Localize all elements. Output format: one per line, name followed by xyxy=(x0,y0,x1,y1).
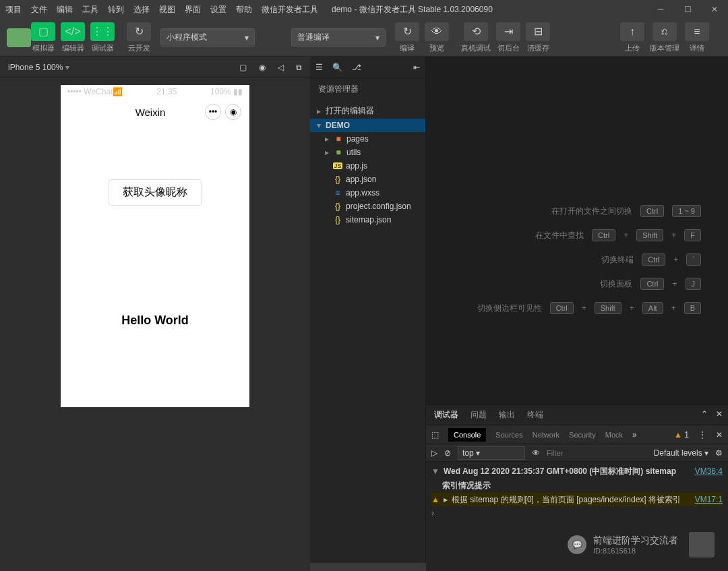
compile-button[interactable]: ↻编译 xyxy=(395,22,419,53)
real-debug-button[interactable]: ⟲真机调试 xyxy=(461,22,491,53)
upload-button[interactable]: ↑上传 xyxy=(620,22,644,53)
menu-tools[interactable]: 工具 xyxy=(82,4,98,16)
console-clear-icon[interactable]: ⊘ xyxy=(444,448,451,458)
devtools-close-icon[interactable]: ✕ xyxy=(716,430,723,440)
preview-button[interactable]: 👁预览 xyxy=(425,22,449,53)
close-capsule-button[interactable]: ◉ xyxy=(225,104,241,120)
menu-settings[interactable]: 设置 xyxy=(210,4,226,16)
project-root[interactable]: ▾DEMO xyxy=(310,119,425,132)
panel-close-icon[interactable]: ✕ xyxy=(716,409,723,419)
open-editors-section[interactable]: ▸打开的编辑器 xyxy=(310,103,425,119)
file-project-config[interactable]: {}project.config.json xyxy=(310,200,425,213)
details-button[interactable]: ≡详情 xyxy=(685,22,709,53)
close-button[interactable]: ✕ xyxy=(701,0,728,19)
menu-view[interactable]: 视图 xyxy=(159,4,175,16)
main-menu: 项目 文件 编辑 工具 转到 选择 视图 界面 设置 帮助 微信开发者工具 xyxy=(5,4,318,16)
tab-network[interactable]: Network xyxy=(533,431,559,439)
app-title: demo - 微信开发者工具 Stable 1.03.2006090 xyxy=(332,4,493,16)
tab-mock[interactable]: Mock xyxy=(605,431,623,439)
console-settings-icon[interactable]: ⚙ xyxy=(715,448,723,458)
tab-security[interactable]: Security xyxy=(569,431,596,439)
mode-dropdown[interactable]: 小程序模式▾ xyxy=(160,28,255,47)
clear-cache-button[interactable]: ⊟清缓存 xyxy=(526,22,550,53)
window-controls: ─ ☐ ✕ xyxy=(647,0,728,19)
folder-utils[interactable]: ▸■utils xyxy=(310,146,425,159)
eye-icon[interactable]: 👁 xyxy=(532,448,540,458)
maximize-button[interactable]: ☐ xyxy=(674,0,701,19)
console-log-1[interactable]: ▼ Wed Aug 12 2020 21:35:37 GMT+0800 (中国标… xyxy=(431,464,723,479)
hello-text: Hello World xyxy=(74,313,236,328)
folder-pages[interactable]: ▸■pages xyxy=(310,132,425,146)
menu-capsule-button[interactable]: ••• xyxy=(205,104,221,120)
simulator-header: iPhone 5 100% ▾ ▢ ◉ ◁ ⧉ xyxy=(0,57,310,78)
file-app-json[interactable]: {}app.json xyxy=(310,173,425,186)
device-selector[interactable]: iPhone 5 100% ▾ xyxy=(8,63,69,72)
branch-icon[interactable]: ⎇ xyxy=(352,63,361,72)
console-toolbar: ▷ ⊘ top ▾ 👁 Default levels ▾ ⚙ xyxy=(426,444,728,462)
console-warn-1[interactable]: ▲▸ 根据 sitemap 的规则[0]，当前页面 [pages/index/i… xyxy=(431,493,723,507)
devtools-menu-icon[interactable]: ⋮ xyxy=(698,430,706,440)
warnings-badge[interactable]: ▲ 1 xyxy=(674,430,689,440)
carrier-label: ••••• WeChat📶 xyxy=(67,87,123,96)
console-play-icon[interactable]: ▷ xyxy=(431,448,437,458)
panel-maximize-icon[interactable]: ⌃ xyxy=(701,409,708,419)
time-label: 21:35 xyxy=(156,87,177,96)
editor-toggle[interactable]: </>编辑器 xyxy=(61,22,85,53)
tab-output[interactable]: 输出 xyxy=(499,409,515,421)
log-location-link[interactable]: VM36:4 xyxy=(695,466,723,477)
explorer-title: 资源管理器 xyxy=(310,78,425,100)
menu-wechat-devtools[interactable]: 微信开发者工具 xyxy=(262,4,318,16)
levels-dropdown[interactable]: Default levels ▾ xyxy=(654,448,708,458)
simulator-panel: iPhone 5 100% ▾ ▢ ◉ ◁ ⧉ ••••• WeChat📶 21… xyxy=(0,57,310,571)
menu-project[interactable]: 项目 xyxy=(5,4,22,16)
menu-select[interactable]: 选择 xyxy=(133,4,150,16)
tab-console[interactable]: Console xyxy=(448,428,486,442)
filter-input[interactable] xyxy=(547,449,647,457)
inspect-icon[interactable]: ⬚ xyxy=(431,430,439,440)
context-selector[interactable]: top ▾ xyxy=(458,446,525,460)
console-body: ▼ Wed Aug 12 2020 21:35:37 GMT+0800 (中国标… xyxy=(426,462,728,523)
compile-dropdown[interactable]: 普通编译▾ xyxy=(291,28,386,47)
collapse-icon[interactable]: ⇤ xyxy=(413,63,420,72)
search-icon[interactable]: 🔍 xyxy=(332,63,342,72)
record-icon[interactable]: ◉ xyxy=(259,63,266,72)
file-app-wxss[interactable]: ≡app.wxss xyxy=(310,186,425,200)
phone-simulator: ••••• WeChat📶 21:35 100% ▮▮ Weixin ••• ◉… xyxy=(61,85,249,407)
get-avatar-button[interactable]: 获取头像昵称 xyxy=(109,179,202,206)
popout-icon[interactable]: ⧉ xyxy=(296,63,302,72)
log-location-link[interactable]: VM17:1 xyxy=(695,494,723,506)
device-icon[interactable]: ▢ xyxy=(239,63,247,72)
cloud-dev-button[interactable]: ↻云开发 xyxy=(127,22,151,53)
menu-help[interactable]: 帮助 xyxy=(236,4,252,16)
menu-edit[interactable]: 编辑 xyxy=(57,4,73,16)
debugger-toggle[interactable]: ⋮⋮调试器 xyxy=(90,22,115,53)
phone-wrapper: ••••• WeChat📶 21:35 100% ▮▮ Weixin ••• ◉… xyxy=(0,78,310,571)
minimize-button[interactable]: ─ xyxy=(647,0,674,19)
tab-problems[interactable]: 问题 xyxy=(471,409,487,421)
backstage-button[interactable]: ⇥切后台 xyxy=(496,22,520,53)
phone-content: 获取头像昵称 Hello World xyxy=(61,125,249,348)
simulator-toggle[interactable]: ▢模拟器 xyxy=(31,22,55,53)
watermark: 💬 前端进阶学习交流者 ID:81615618 xyxy=(568,532,715,558)
menu-file[interactable]: 文件 xyxy=(31,4,47,16)
titlebar: 项目 文件 编辑 工具 转到 选择 视图 界面 设置 帮助 微信开发者工具 de… xyxy=(0,0,728,19)
tab-sources[interactable]: Sources xyxy=(495,431,522,439)
file-sitemap-json[interactable]: {}sitemap.json xyxy=(310,213,425,227)
tab-terminal[interactable]: 终端 xyxy=(527,409,543,421)
battery-label: 100% ▮▮ xyxy=(210,87,243,96)
phone-navbar: Weixin ••• ◉ xyxy=(61,98,249,125)
menu-interface[interactable]: 界面 xyxy=(185,4,201,16)
qr-icon xyxy=(689,532,715,558)
avatar-button[interactable] xyxy=(7,28,31,47)
shortcut-hints: 在打开的文件之间切换Ctrl1 ~ 9 在文件中查找Ctrl+Shift+F 切… xyxy=(477,205,701,326)
watermark-title: 前端进阶学习交流者 xyxy=(593,535,678,547)
phone-statusbar: ••••• WeChat📶 21:35 100% ▮▮ xyxy=(61,85,249,98)
version-button[interactable]: ⎌版本管理 xyxy=(650,22,679,53)
tab-debugger[interactable]: 调试器 xyxy=(434,409,458,421)
menu-goto[interactable]: 转到 xyxy=(108,4,124,16)
file-app-js[interactable]: JSapp.js xyxy=(310,159,425,173)
resize-handle[interactable] xyxy=(310,563,426,571)
more-tabs-icon[interactable]: » xyxy=(632,430,637,440)
mute-icon[interactable]: ◁ xyxy=(278,63,284,72)
explorer-list-icon[interactable]: ☰ xyxy=(315,63,323,72)
